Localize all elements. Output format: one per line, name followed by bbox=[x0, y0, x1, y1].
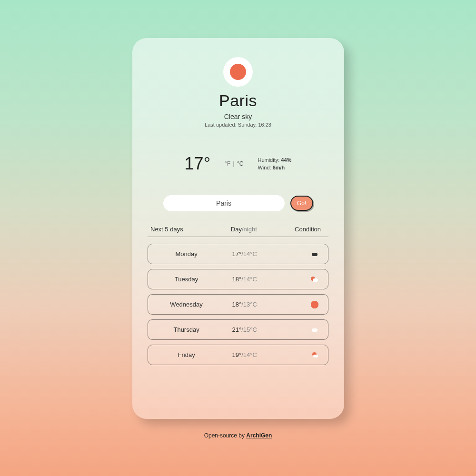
wind-value: 6m/h bbox=[273, 165, 285, 170]
footer: Open-source by ArchiGen bbox=[204, 432, 272, 439]
last-updated: Last updated: Sunday, 16:23 bbox=[205, 122, 271, 128]
forecast-temp: 17°/14°C bbox=[218, 250, 271, 258]
pcloud-icon bbox=[311, 276, 318, 283]
forecast-list: Monday17°/14°CTuesday18°/14°CWednesday18… bbox=[148, 244, 328, 370]
dark-icon bbox=[311, 250, 318, 258]
current-metrics: 17° °F | °C Humidity: 44% Wind: 6m/h bbox=[147, 154, 330, 174]
forecast-row: Friday19°/14°C bbox=[148, 345, 328, 365]
forecast-temp: 19°/14°C bbox=[218, 351, 271, 358]
rain-icon bbox=[311, 351, 318, 359]
current-temp: 17° bbox=[185, 154, 210, 174]
forecast-row: Tuesday18°/14°C bbox=[148, 269, 328, 289]
header-next5: Next 5 days bbox=[150, 226, 217, 233]
forecast-row: Wednesday18°/13°C bbox=[148, 294, 328, 315]
forecast-day: Tuesday bbox=[155, 276, 218, 283]
humidity-value: 44% bbox=[281, 157, 291, 163]
wind-label: Wind: bbox=[258, 165, 272, 170]
forecast-temp: 21°/15°C bbox=[218, 326, 271, 333]
city-search-input[interactable] bbox=[163, 195, 285, 211]
current-weather-icon-wrap bbox=[223, 57, 253, 87]
sun-icon bbox=[311, 301, 318, 308]
header-condition: Condition bbox=[271, 226, 326, 233]
city-name: Paris bbox=[219, 91, 257, 110]
sun-icon bbox=[230, 64, 246, 80]
unit-c[interactable]: °C bbox=[237, 160, 243, 167]
humidity-wind: Humidity: 44% Wind: 6m/h bbox=[258, 156, 291, 172]
updated-prefix: Last updated: bbox=[205, 122, 238, 128]
humidity-label: Humidity: bbox=[258, 157, 281, 163]
updated-value: Sunday, 16:23 bbox=[238, 122, 271, 128]
forecast-day: Thursday bbox=[155, 326, 218, 333]
condition-text: Clear sky bbox=[224, 113, 252, 120]
cloud-icon bbox=[311, 326, 318, 334]
forecast-day: Friday bbox=[155, 351, 218, 358]
footer-text: Open-source by bbox=[204, 432, 247, 439]
forecast-row: Thursday21°/15°C bbox=[148, 319, 328, 340]
go-button[interactable]: Go! bbox=[290, 196, 313, 211]
forecast-temp: 18°/14°C bbox=[218, 276, 271, 283]
forecast-day: Wednesday bbox=[155, 301, 218, 308]
search-row: Go! bbox=[163, 195, 313, 211]
footer-link[interactable]: ArchiGen bbox=[246, 432, 272, 439]
weather-card: Paris Clear sky Last updated: Sunday, 16… bbox=[132, 38, 344, 419]
forecast-day: Monday bbox=[155, 250, 218, 258]
unit-toggle[interactable]: °F | °C bbox=[225, 160, 243, 167]
divider bbox=[148, 237, 328, 237]
forecast-headers: Next 5 days Day/night Condition bbox=[148, 226, 328, 233]
forecast-temp: 18°/13°C bbox=[218, 301, 271, 308]
forecast-row: Monday17°/14°C bbox=[148, 244, 328, 264]
unit-f[interactable]: °F bbox=[225, 160, 230, 167]
header-daynight: Day/night bbox=[217, 226, 271, 233]
